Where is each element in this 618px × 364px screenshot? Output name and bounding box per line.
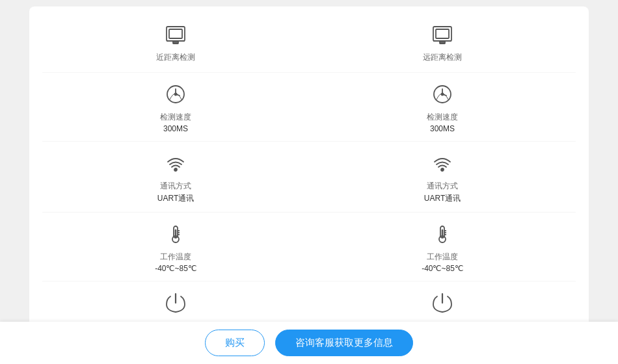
- spec-value: UART通讯: [424, 193, 461, 204]
- temp-icon: [162, 220, 189, 248]
- spec-value: -40℃~85℃: [155, 264, 196, 273]
- wifi-icon: [162, 150, 189, 177]
- temp-icon: [429, 220, 456, 248]
- spec-item-speed-right: 检测速度300MS: [309, 73, 576, 142]
- svg-rect-7: [436, 29, 449, 38]
- spec-label: 通讯方式: [427, 181, 458, 192]
- power-icon: [429, 289, 456, 317]
- buy-button[interactable]: 购买: [205, 330, 265, 356]
- power-icon: [162, 289, 189, 317]
- spec-item-comm-right: 通讯方式UART通讯: [309, 142, 576, 213]
- proximity-icon: [162, 21, 189, 48]
- consult-button[interactable]: 咨询客服获取更多信息: [275, 330, 413, 356]
- bottom-bar: 购买 咨询客服获取更多信息: [0, 322, 618, 364]
- spec-value: 300MS: [163, 124, 188, 133]
- spec-item-proximity-right: 远距离检测: [309, 13, 576, 73]
- speed-icon: [429, 81, 456, 108]
- spec-value: UART通讯: [157, 193, 194, 204]
- spec-label: 工作温度: [427, 252, 458, 263]
- spec-item-speed-left: 检测速度300MS: [42, 73, 309, 142]
- spec-card: 近距离检测 远距离检测 检测速度300MS 检测速度300MS: [29, 6, 589, 364]
- spec-label: 工作温度: [160, 252, 191, 263]
- wifi-icon: [429, 150, 456, 177]
- spec-item-temp-right: 工作温度-40℃~85℃: [309, 213, 576, 281]
- speed-icon: [162, 81, 189, 108]
- spec-value: -40℃~85℃: [422, 264, 463, 273]
- spec-label: 检测速度: [427, 112, 458, 123]
- spec-item-temp-left: 工作温度-40℃~85℃: [42, 213, 309, 281]
- proximity-icon: [429, 21, 456, 48]
- svg-point-17: [441, 168, 444, 171]
- spec-grid: 近距离检测 远距离检测 检测速度300MS 检测速度300MS: [42, 13, 576, 364]
- spec-item-comm-left: 通讯方式UART通讯: [42, 142, 309, 213]
- spec-label: 远距离检测: [423, 52, 462, 63]
- svg-rect-1: [169, 29, 182, 38]
- svg-point-16: [174, 168, 177, 171]
- spec-label: 近距离检测: [156, 52, 195, 63]
- spec-label: 通讯方式: [160, 181, 191, 192]
- spec-label: 检测速度: [160, 112, 191, 123]
- spec-item-proximity-left: 近距离检测: [42, 13, 309, 73]
- spec-value: 300MS: [430, 124, 455, 133]
